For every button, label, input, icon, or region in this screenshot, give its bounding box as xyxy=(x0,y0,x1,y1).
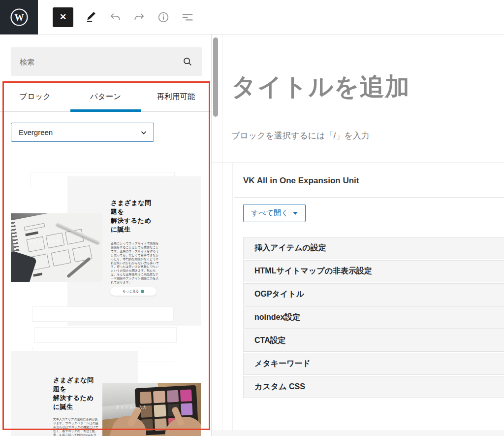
pattern-preview-list: さまざまな問題を 解決するため に誕生 企業にとってウェブサイトで情報を発信をす… xyxy=(0,170,211,436)
wordpress-logo-icon: W xyxy=(10,8,29,27)
inserter-tabs: ブロック パターン 再利用可能 xyxy=(0,82,211,112)
inserter-search[interactable] xyxy=(11,47,202,76)
accordion-row-insert-items[interactable]: 挿入アイテムの設定 xyxy=(243,237,504,259)
svg-text:W: W xyxy=(14,12,24,22)
edit-mode-button[interactable] xyxy=(85,11,97,24)
pattern2-photo: タイトルを入力 xyxy=(102,383,201,436)
pattern1-photo: タイトルを入力 xyxy=(11,213,102,282)
pattern2-image-caption: タイトルを入力 xyxy=(116,404,147,410)
divider xyxy=(234,197,504,198)
accordion-row-html-sitemap[interactable]: HTMLサイトマップの非表示設定 xyxy=(243,260,504,282)
pattern1-more-label: もっと見る xyxy=(123,289,139,294)
block-appender-placeholder[interactable]: ブロックを選択するには「/」を入力 xyxy=(231,130,370,141)
open-all-label: すべて開く xyxy=(251,208,288,218)
arrow-circle-icon: → xyxy=(141,290,144,293)
pattern1-more-button: もっと見る → xyxy=(110,287,157,296)
pattern-category-value: Evergreen xyxy=(19,128,53,136)
canvas-bottom-edge xyxy=(212,431,504,436)
pattern2-heading: さまざまな問題を 解決するため に誕生 xyxy=(53,376,95,411)
metabox-title: VK All in One Expansion Unit xyxy=(243,176,504,186)
metabox-accordion: 挿入アイテムの設定 HTMLサイトマップの非表示設定 OGPタイトル noind… xyxy=(243,237,504,398)
chevron-down-icon xyxy=(140,129,148,136)
list-view-icon xyxy=(181,11,194,24)
editor-canvas: タイトルを追加 ブロックを選択するには「/」を入力 VK All in One … xyxy=(212,34,504,436)
search-input[interactable] xyxy=(20,58,182,66)
close-icon: ✕ xyxy=(60,12,66,22)
details-button[interactable] xyxy=(157,11,170,24)
list-view-button[interactable] xyxy=(181,11,194,24)
accordion-row-meta-keywords[interactable]: メタキーワード xyxy=(243,353,504,375)
redo-button[interactable] xyxy=(133,11,146,24)
block-inserter-panel: ブロック パターン 再利用可能 Evergreen さまざまな問題を 解決するた… xyxy=(0,34,212,436)
undo-button[interactable] xyxy=(109,11,122,24)
post-title-placeholder[interactable]: タイトルを追加 xyxy=(231,70,410,103)
pencil-icon xyxy=(85,11,97,24)
redo-icon xyxy=(133,11,146,24)
accordion-row-custom-css[interactable]: カスタム CSS xyxy=(243,376,504,398)
editor-toolbar: W ✕ xyxy=(0,0,504,34)
search-icon xyxy=(182,56,193,67)
tab-reusable[interactable]: 再利用可能 xyxy=(141,82,211,111)
pattern2-body: 文章入力エリアの左右に余白があります。ブロックパターンはの組み合わせはブロックの… xyxy=(53,418,98,436)
pattern1-body: 企業にとってウェブサイトで情報を発信をすることはとても重要なことです。企業のウェ… xyxy=(111,242,159,285)
pattern-placeholder-box[interactable] xyxy=(32,306,174,322)
accordion-row-cta[interactable]: CTA設定 xyxy=(243,330,504,352)
pattern1-image-caption: タイトルを入力 xyxy=(29,239,60,244)
sidebar-scrollbar[interactable] xyxy=(213,37,218,117)
accordion-row-noindex[interactable]: noindex設定 xyxy=(243,306,504,329)
wordpress-logo-button[interactable]: W xyxy=(0,0,38,34)
info-icon xyxy=(157,11,170,24)
accordion-row-ogp-title[interactable]: OGPタイトル xyxy=(243,283,504,305)
vk-exunit-metabox: VK All in One Expansion Unit すべて開く 挿入アイテ… xyxy=(212,163,504,431)
caret-down-icon xyxy=(293,212,298,215)
tab-patterns[interactable]: パターン xyxy=(70,82,141,111)
open-all-button[interactable]: すべて開く xyxy=(243,204,306,222)
pattern1-heading: さまざまな問題を 解決するため に誕生 xyxy=(111,199,153,234)
pattern-placeholder-box[interactable] xyxy=(34,327,177,343)
toggle-inserter-button[interactable]: ✕ xyxy=(53,7,73,27)
undo-icon xyxy=(109,11,122,24)
pattern-category-select[interactable]: Evergreen xyxy=(11,123,154,142)
tab-blocks[interactable]: ブロック xyxy=(0,82,70,111)
